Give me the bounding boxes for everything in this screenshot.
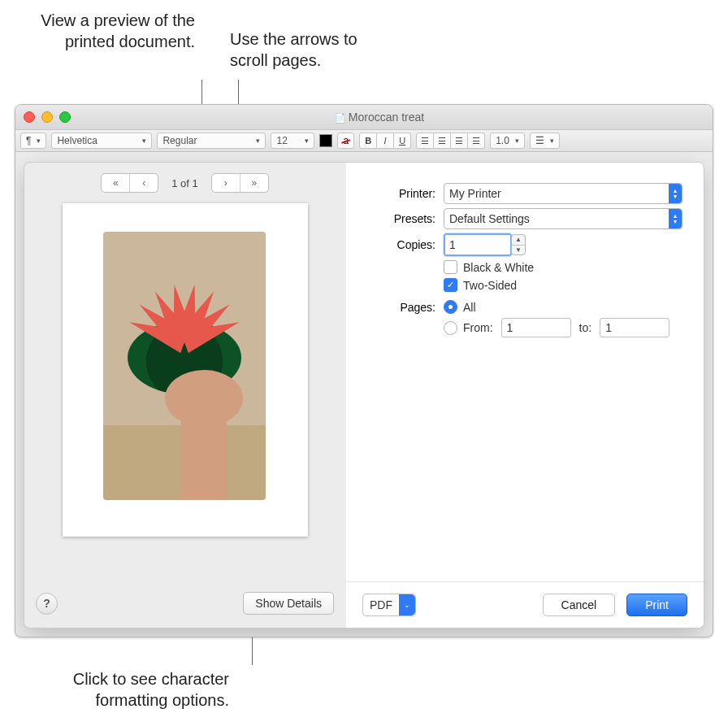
font-size-value: 12	[276, 135, 287, 146]
copies-stepper[interactable]: ▲▼	[511, 234, 526, 255]
line-spacing-popup[interactable]: 1.0▾	[490, 133, 525, 149]
next-page-button[interactable]: ›	[212, 174, 240, 192]
pages-from-label: From:	[463, 321, 493, 334]
align-center-button[interactable]: ☰	[434, 133, 451, 149]
print-button[interactable]: Print	[626, 594, 687, 616]
window-title: 📄 Moroccan treat	[46, 111, 713, 124]
print-dialog-sheet: « ‹ 1 of 1 › »	[24, 162, 704, 628]
close-window-button[interactable]	[24, 111, 35, 123]
printer-label: Printer:	[346, 187, 436, 200]
paragraph-style-popup[interactable]: ¶▾	[20, 133, 46, 149]
page-counter: 1 of 1	[171, 177, 198, 189]
pages-label: Pages:	[346, 301, 436, 314]
alignment-segment: ☰ ☰ ☰ ☰	[416, 133, 485, 149]
popup-arrows-icon: ▲▼	[669, 184, 682, 203]
help-button[interactable]: ?	[36, 593, 58, 615]
popup-arrows-icon: ▲▼	[669, 209, 682, 228]
pages-from-field[interactable]: 1	[501, 318, 571, 337]
printer-popup[interactable]: My Printer ▲▼	[444, 183, 682, 204]
preview-page	[63, 203, 308, 537]
underline-button[interactable]: U	[394, 133, 411, 149]
preview-pane: « ‹ 1 of 1 › »	[24, 163, 346, 628]
pages-to-value: 1	[605, 321, 612, 334]
titlebar: 📄 Moroccan treat	[15, 105, 713, 130]
print-options-form: Printer: My Printer ▲▼ Presets: Default …	[346, 163, 704, 366]
align-left-button[interactable]: ☰	[416, 133, 434, 149]
prev-page-button[interactable]: ‹	[129, 174, 158, 192]
pages-to-label: to:	[579, 321, 592, 334]
font-family-value: Helvetica	[57, 135, 97, 146]
font-size-field[interactable]: 12▾	[271, 133, 314, 149]
align-right-button[interactable]: ☰	[451, 133, 468, 149]
list-style-popup[interactable]: ☰▾	[530, 133, 560, 149]
presets-popup[interactable]: Default Settings ▲▼	[444, 208, 682, 229]
show-details-button[interactable]: Show Details	[243, 592, 334, 615]
print-options-pane: Printer: My Printer ▲▼ Presets: Default …	[346, 163, 704, 628]
font-style-value: Regular	[162, 135, 197, 146]
preview-forward-buttons: › »	[211, 173, 269, 193]
align-justify-button[interactable]: ☰	[468, 133, 485, 149]
first-page-button[interactable]: «	[102, 174, 129, 192]
pdf-menu-button[interactable]: PDF ⌄	[362, 594, 416, 616]
pages-all-label: All	[463, 301, 476, 314]
formatting-toolbar: ¶▾ Helvetica▾ Regular▾ 12▾ a B I U ☰ ☰ ☰…	[15, 130, 713, 152]
two-sided-checkbox[interactable]: ✓	[444, 278, 457, 292]
bold-button[interactable]: B	[359, 133, 377, 149]
preview-navigation: « ‹ 1 of 1 › »	[24, 169, 345, 197]
black-white-label: Black & White	[463, 261, 534, 274]
bold-italic-underline-segment: B I U	[359, 133, 411, 149]
font-style-popup[interactable]: Regular▾	[157, 133, 266, 149]
highlight-color-button[interactable]: a	[337, 133, 354, 149]
copies-field[interactable]: 1	[444, 233, 512, 256]
last-page-button[interactable]: »	[240, 174, 268, 192]
font-family-popup[interactable]: Helvetica▾	[51, 133, 152, 149]
two-sided-label: Two-Sided	[463, 279, 517, 292]
dialog-action-bar: PDF ⌄ Cancel Print	[346, 581, 704, 628]
italic-button[interactable]: I	[377, 133, 394, 149]
preview-image	[103, 232, 266, 500]
preview-back-buttons: « ‹	[101, 173, 158, 193]
cancel-button[interactable]: Cancel	[543, 594, 616, 616]
pages-from-value: 1	[507, 321, 514, 334]
black-white-checkbox[interactable]	[444, 260, 457, 274]
printer-value: My Printer	[449, 187, 669, 200]
pages-all-radio[interactable]	[444, 300, 457, 314]
presets-label: Presets:	[346, 212, 436, 225]
annotation-preview: View a preview of the printed document.	[28, 10, 195, 52]
line-spacing-value: 1.0	[496, 135, 509, 146]
annotation-showdetails: Click to see character formatting option…	[18, 668, 229, 711]
preview-footer: ? Show Details	[24, 579, 345, 628]
text-color-swatch[interactable]	[319, 134, 332, 147]
presets-value: Default Settings	[449, 212, 669, 225]
pages-to-field[interactable]: 1	[600, 318, 670, 337]
copies-label: Copies:	[346, 238, 436, 251]
app-window: 📄 Moroccan treat ¶▾ Helvetica▾ Regular▾ …	[15, 104, 713, 637]
annotation-arrows: Use the arrows to scroll pages.	[230, 28, 392, 71]
chevron-down-icon: ⌄	[399, 594, 415, 615]
pages-from-radio[interactable]	[444, 321, 457, 335]
pdf-button-label: PDF	[363, 598, 399, 611]
copies-value: 1	[449, 238, 456, 251]
